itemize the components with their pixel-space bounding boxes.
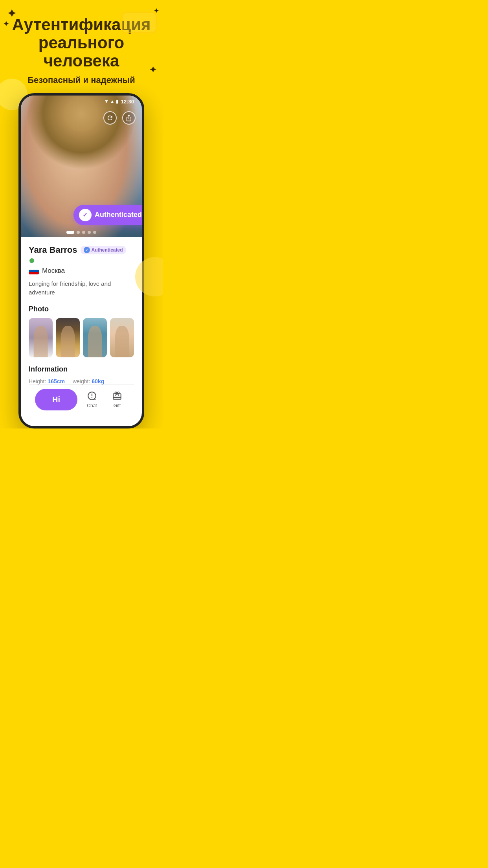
photo-thumb-3[interactable] bbox=[83, 318, 107, 357]
photo-thumb-2[interactable] bbox=[56, 318, 80, 357]
photo-actions bbox=[103, 111, 136, 125]
badge-text: Authenticated bbox=[95, 211, 142, 219]
sparkle-icon-4: ✦ bbox=[149, 65, 156, 75]
phone-mockup: ▼ ▲ ▮ 12:30 bbox=[18, 93, 144, 428]
share-icon bbox=[125, 114, 132, 121]
gift-label: Gift bbox=[114, 403, 121, 408]
sparkle-icon-1: ✦ bbox=[7, 7, 16, 20]
weight-value: 60kg bbox=[92, 378, 104, 384]
dot-indicators bbox=[66, 231, 96, 234]
chat-nav-item[interactable]: Chat bbox=[81, 390, 103, 408]
top-deco bbox=[121, 12, 157, 33]
gift-icon bbox=[112, 391, 122, 401]
badge-check-icon bbox=[79, 209, 92, 221]
location-text: Москва bbox=[42, 267, 65, 275]
hi-button[interactable]: Hi bbox=[35, 389, 77, 410]
chat-icon bbox=[87, 391, 97, 401]
status-icons: ▼ ▲ ▮ bbox=[104, 99, 119, 104]
auth-check-small-icon: ✓ bbox=[84, 247, 90, 253]
photos-grid bbox=[29, 318, 134, 357]
photo-section-title: Photo bbox=[29, 305, 134, 313]
signal-icon: ▲ bbox=[110, 99, 115, 104]
photo-thumb-1[interactable] bbox=[29, 318, 53, 357]
flag-red bbox=[29, 272, 39, 274]
share-button[interactable] bbox=[122, 111, 136, 125]
chat-nav-icon bbox=[86, 390, 97, 401]
dot-3[interactable] bbox=[82, 231, 85, 234]
wifi-icon: ▼ bbox=[104, 99, 109, 104]
gift-nav-icon bbox=[112, 390, 123, 401]
profile-name: Yara Barros bbox=[29, 245, 77, 255]
bio-text: Longing for friendship, love and adventu… bbox=[29, 280, 134, 297]
phone-container: ▼ ▲ ▮ 12:30 bbox=[18, 93, 144, 428]
bottom-bar: Hi Chat bbox=[29, 384, 134, 418]
russian-flag-icon bbox=[29, 267, 39, 274]
dot-2[interactable] bbox=[77, 231, 80, 234]
status-time: 12:30 bbox=[121, 99, 134, 105]
dot-5[interactable] bbox=[93, 231, 96, 234]
dot-1[interactable] bbox=[66, 231, 74, 234]
status-bar: ▼ ▲ ▮ 12:30 bbox=[96, 96, 142, 106]
battery-icon: ▮ bbox=[116, 99, 119, 104]
top-section: ✦ ✦ ✦ ✦ Аутентификация реального человек… bbox=[0, 0, 163, 93]
auth-label-small: ✓ Authenticated bbox=[81, 246, 126, 254]
auth-text-small: Authenticated bbox=[92, 247, 123, 253]
info-section-title: Information bbox=[29, 365, 134, 373]
photo-thumb-4[interactable] bbox=[110, 318, 134, 357]
height-info: Height: 165cm bbox=[29, 378, 65, 384]
gift-nav-item[interactable]: Gift bbox=[106, 390, 128, 408]
height-value: 165cm bbox=[48, 378, 65, 384]
online-indicator bbox=[29, 258, 34, 263]
sparkle-icon-2: ✦ bbox=[3, 20, 9, 28]
dot-4[interactable] bbox=[88, 231, 91, 234]
info-grid: Height: 165cm weight: 60kg bbox=[29, 378, 134, 384]
location-row: Москва bbox=[29, 267, 134, 275]
chat-label: Chat bbox=[87, 403, 97, 408]
profile-name-row: Yara Barros ✓ Authenticated bbox=[29, 245, 134, 263]
page-wrapper: ✦ ✦ ✦ ✦ Аутентификация реального человек… bbox=[0, 0, 163, 428]
authenticated-badge: Authenticated bbox=[73, 205, 142, 225]
refresh-button[interactable] bbox=[103, 111, 117, 125]
refresh-icon bbox=[106, 114, 114, 121]
profile-image-area: Authenticated bbox=[21, 96, 142, 237]
weight-info: weight: 60kg bbox=[73, 378, 104, 384]
profile-card: Yara Barros ✓ Authenticated Москва bbox=[21, 237, 142, 426]
subtitle: Безопасный и надежный bbox=[8, 75, 155, 85]
height-label: Height: bbox=[29, 378, 46, 384]
weight-label: weight: bbox=[73, 378, 90, 384]
